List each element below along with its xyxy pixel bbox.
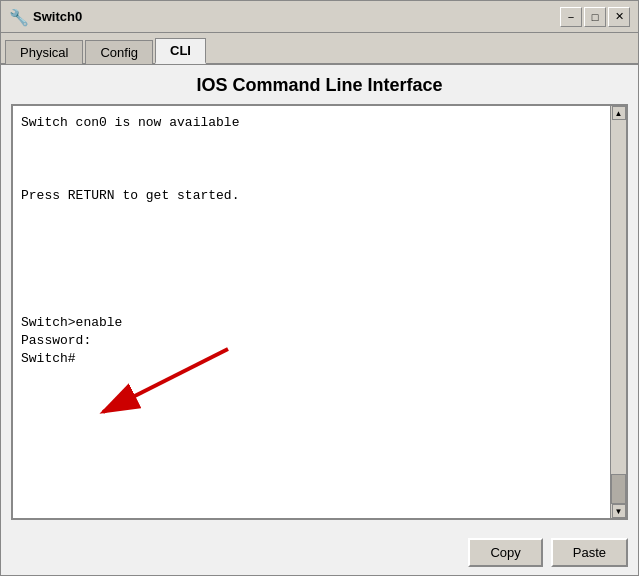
window-title: Switch0 [33, 9, 560, 24]
tab-cli[interactable]: CLI [155, 38, 206, 64]
section-title: IOS Command Line Interface [11, 75, 628, 96]
main-window: 🔧 Switch0 − □ ✕ Physical Config CLI IOS … [0, 0, 639, 576]
window-controls: − □ ✕ [560, 7, 630, 27]
scroll-up-arrow[interactable]: ▲ [612, 106, 626, 120]
maximize-button[interactable]: □ [584, 7, 606, 27]
tab-bar: Physical Config CLI [1, 33, 638, 65]
terminal-input[interactable] [13, 106, 610, 518]
copy-button[interactable]: Copy [468, 538, 542, 567]
minimize-button[interactable]: − [560, 7, 582, 27]
scroll-down-arrow[interactable]: ▼ [612, 504, 626, 518]
tab-physical[interactable]: Physical [5, 40, 83, 64]
title-bar: 🔧 Switch0 − □ ✕ [1, 1, 638, 33]
app-icon: 🔧 [9, 8, 27, 26]
scrollbar-thumb[interactable] [611, 474, 626, 504]
tab-config[interactable]: Config [85, 40, 153, 64]
scrollbar-thumb-area [611, 120, 626, 504]
bottom-bar: Copy Paste [1, 530, 638, 575]
paste-button[interactable]: Paste [551, 538, 628, 567]
scrollbar: ▲ ▼ [610, 106, 626, 518]
close-button[interactable]: ✕ [608, 7, 630, 27]
terminal-wrapper: ▲ ▼ [11, 104, 628, 520]
content-area: IOS Command Line Interface ▲ [1, 65, 638, 530]
